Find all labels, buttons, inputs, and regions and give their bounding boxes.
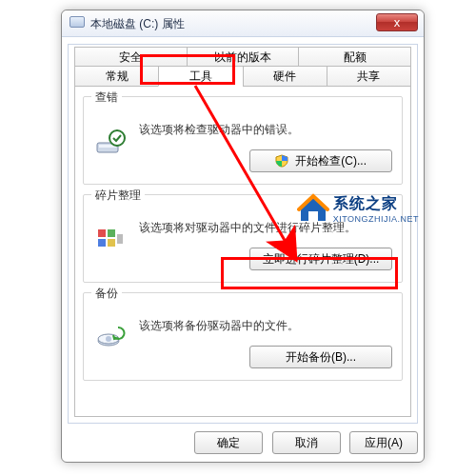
close-button[interactable]: x [376,13,418,31]
tab-previous-versions[interactable]: 以前的版本 [187,47,300,68]
tab-tools[interactable]: 工具 [158,66,243,87]
tab-strip: 安全 以前的版本 配额 常规 工具 硬件 共享 [69,45,417,87]
drive-icon [69,16,85,28]
backup-icon [95,322,126,352]
group-legend-defrag: 碎片整理 [91,188,145,204]
properties-dialog: 本地磁盘 (C:) 属性 x 安全 以前的版本 配额 常规 工具 硬件 共享 查… [61,10,425,463]
group-backup: 备份 该选项将备份驱动器中的文件。 开始备份(B)... [83,292,403,381]
uac-shield-icon [275,153,288,167]
start-backup-label: 开始备份(B)... [286,350,356,364]
start-check-button[interactable]: 开始检查(C)... [249,149,392,172]
start-check-label: 开始检查(C)... [295,154,367,168]
client-area: 安全 以前的版本 配额 常规 工具 硬件 共享 查错 该选项将检查驱动器中的错误… [68,44,418,424]
svg-rect-5 [98,239,106,247]
ok-button[interactable]: 确定 [194,431,263,454]
window-title: 本地磁盘 (C:) 属性 [90,16,185,32]
dialog-button-row: 确定 取消 应用(A) [68,431,418,454]
svg-point-2 [109,130,125,146]
title-bar[interactable]: 本地磁盘 (C:) 属性 x [62,10,424,37]
svg-rect-3 [98,229,106,237]
tab-general[interactable]: 常规 [74,66,159,87]
apply-button[interactable]: 应用(A) [349,431,418,454]
defragment-icon [95,224,126,254]
svg-rect-4 [108,229,115,237]
tab-security[interactable]: 安全 [74,47,188,68]
tab-sharing[interactable]: 共享 [327,66,411,87]
check-disk-icon [95,126,126,156]
svg-rect-7 [117,234,123,244]
group-legend-backup: 备份 [91,286,122,302]
svg-rect-6 [108,239,115,247]
backup-desc: 该选项将备份驱动器中的文件。 [139,318,392,334]
cancel-button[interactable]: 取消 [272,431,341,454]
tab-quota[interactable]: 配额 [298,47,411,68]
svg-point-10 [106,336,111,342]
check-desc: 该选项将检查驱动器中的错误。 [139,122,392,138]
group-legend-check: 查错 [91,89,122,106]
defragment-now-button[interactable]: 立即进行碎片整理(D)... [249,248,392,270]
defragment-now-label: 立即进行碎片整理(D)... [263,252,380,266]
group-defragment: 碎片整理 该选项将对驱动器中的文件进行碎片整理。 立即进行碎片整理(D)... [83,194,403,283]
start-backup-button[interactable]: 开始备份(B)... [249,346,392,368]
defrag-desc: 该选项将对驱动器中的文件进行碎片整理。 [139,220,392,236]
tab-hardware[interactable]: 硬件 [243,66,327,87]
group-error-checking: 查错 该选项将检查驱动器中的错误。 开始检查(C)... [83,96,403,185]
tools-panel: 查错 该选项将检查驱动器中的错误。 开始检查(C)... 碎片整理 [74,87,411,417]
